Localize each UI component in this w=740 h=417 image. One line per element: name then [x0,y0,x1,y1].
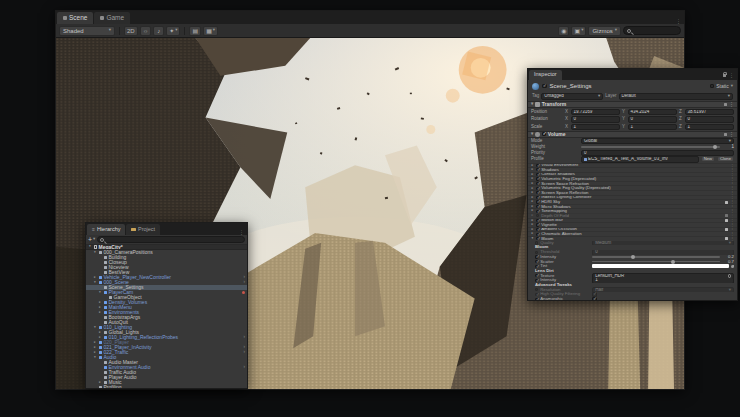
foldout-arrow-icon[interactable]: ▾ [98,291,102,295]
override-menu-icon[interactable]: ⋮ [730,168,734,172]
foldout-arrow-icon[interactable]: ▾ [88,245,92,249]
override-enabled-checkbox[interactable] [536,200,539,203]
override-menu-icon[interactable]: ⋮ [730,182,734,186]
tab-hierarchy[interactable]: ≡ Hierarchy [87,224,125,235]
color-swatch[interactable] [592,264,729,268]
axis-y-field[interactable]: 0 [628,116,678,123]
parameter-override-checkbox[interactable] [535,260,538,263]
foldout-arrow-icon[interactable]: ▸ [98,301,102,305]
foldout-arrow-icon[interactable]: ▸ [93,351,97,355]
quality-dropdown[interactable]: Medium▾ [592,241,734,246]
override-enabled-checkbox[interactable] [536,191,539,194]
foldout-arrow-icon[interactable]: ▸ [98,311,102,315]
foldout-arrow-icon[interactable]: ▾ [93,281,97,285]
foldout-arrow-icon[interactable]: ▸ [531,214,534,218]
tab-inspector[interactable]: Inspector [529,70,562,80]
override-menu-icon[interactable]: ⋮ [730,205,734,209]
foldout-arrow-icon[interactable]: ▾ [531,132,533,137]
foldout-arrow-icon[interactable]: ▾ [93,251,97,255]
foldout-arrow-icon[interactable]: ▸ [93,276,97,280]
2d-toggle-button[interactable]: 2D [124,26,138,36]
create-object-button[interactable]: + ▾ [88,236,95,243]
override-enabled-checkbox[interactable] [536,214,539,217]
intensity-slider[interactable] [592,256,720,258]
profile-clone-button[interactable]: Clone [717,156,734,162]
weight-slider[interactable] [581,146,720,148]
parameter-override-checkbox[interactable] [535,241,538,244]
override-menu-icon[interactable]: ⋮ [730,177,734,181]
camera-settings-button[interactable]: ◉ [558,26,569,36]
prefab-open-chevron-icon[interactable]: › [244,350,246,355]
hidden-objects-button[interactable]: ▤ [189,26,201,36]
gameobject-icon[interactable] [532,83,539,90]
eyedropper-icon[interactable] [731,265,734,268]
tab-game[interactable]: Game [94,12,130,24]
parameter-override-checkbox[interactable] [535,293,538,296]
foldout-arrow-icon[interactable]: ▸ [93,346,97,350]
parameter-override-checkbox[interactable] [535,265,538,268]
foldout-arrow-icon[interactable]: ▸ [531,219,534,223]
slider-value[interactable]: 0.7 [722,260,734,264]
volume-override-row[interactable]: ▸ Depth Of Field ⋮ [528,213,737,218]
axis-x-field[interactable]: 0 [571,116,621,123]
gizmos-dropdown[interactable]: Gizmos ▾ [588,26,621,36]
active-checkbox[interactable] [542,84,547,89]
override-enabled-checkbox[interactable] [536,233,539,236]
override-menu-icon[interactable]: ⋮ [730,223,734,227]
foldout-arrow-icon[interactable]: ▸ [98,381,102,385]
foldout-arrow-icon[interactable]: ▸ [98,336,102,340]
preset-icon[interactable] [724,133,728,137]
preset-icon[interactable] [724,103,728,107]
profile-new-button[interactable]: New [701,156,715,162]
foldout-arrow-icon[interactable]: ▸ [531,164,534,168]
effects-dropdown-button[interactable]: ✦▾ [166,26,180,36]
foldout-arrow-icon[interactable]: ▸ [531,187,534,191]
foldout-arrow-icon[interactable]: ▸ [531,228,534,232]
foldout-arrow-icon[interactable]: ▸ [98,306,102,310]
foldout-arrow-icon[interactable]: ▾ [531,102,533,107]
lock-icon[interactable] [723,74,727,77]
axis-z-field[interactable]: 0 [685,116,735,123]
gameobject-name[interactable]: Scene_Settings [550,83,592,89]
axis-y-field[interactable]: 1 [628,124,678,131]
transform-component-header[interactable]: ▾ Transform ⋮ [528,101,737,109]
weight-value[interactable]: 1 [722,145,734,150]
override-enabled-checkbox[interactable] [536,177,539,180]
scene-search-input[interactable] [623,26,681,35]
parameter-override-checkbox[interactable] [535,274,538,277]
layer-dropdown[interactable]: Default ▾ [619,93,733,100]
parameter-override-checkbox[interactable] [535,288,538,291]
anamorphic-checkbox[interactable] [592,297,597,301]
override-enabled-checkbox[interactable] [536,168,539,171]
override-enabled-checkbox[interactable] [536,164,539,167]
foldout-arrow-icon[interactable]: ▸ [93,341,97,345]
static-checkbox[interactable] [710,84,715,89]
tag-dropdown[interactable]: Untagged ▾ [541,93,603,100]
foldout-arrow-icon[interactable]: ▸ [531,191,534,195]
slider-handle[interactable] [713,145,717,149]
component-menu-icon[interactable]: ⋮ [729,132,734,137]
override-menu-icon[interactable]: ⋮ [730,218,734,222]
override-enabled-checkbox[interactable] [536,182,539,185]
override-enabled-checkbox[interactable] [536,205,539,208]
foldout-arrow-icon[interactable]: ▸ [531,173,534,177]
axis-x-field[interactable]: 1 [571,124,621,131]
grid-dropdown-button[interactable]: ▦▾ [203,26,218,36]
override-menu-icon[interactable]: ⋮ [730,195,734,199]
override-menu-icon[interactable]: ⋮ [730,228,734,232]
component-enabled-checkbox[interactable] [542,132,546,136]
override-menu-icon[interactable]: ⋮ [730,200,734,204]
override-menu-icon[interactable]: ⋮ [730,214,734,218]
window-menu-icon[interactable]: ⋮ [729,73,734,78]
foldout-arrow-icon[interactable]: ▸ [531,168,534,172]
override-enabled-checkbox[interactable] [536,196,539,199]
axis-x-field[interactable]: 19.73169 [571,109,621,116]
override-menu-icon[interactable]: ⋮ [730,172,734,176]
parameter-override-checkbox[interactable] [535,298,538,301]
foldout-arrow-icon[interactable]: ▸ [531,232,534,236]
override-menu-icon[interactable]: ⋮ [730,191,734,195]
intensity-field[interactable]: 1 [592,278,734,283]
scene-visibility-button[interactable]: ▣▾ [571,26,586,36]
parameter-override-checkbox[interactable] [535,251,538,254]
threshold-field[interactable]: 0 [592,250,734,255]
